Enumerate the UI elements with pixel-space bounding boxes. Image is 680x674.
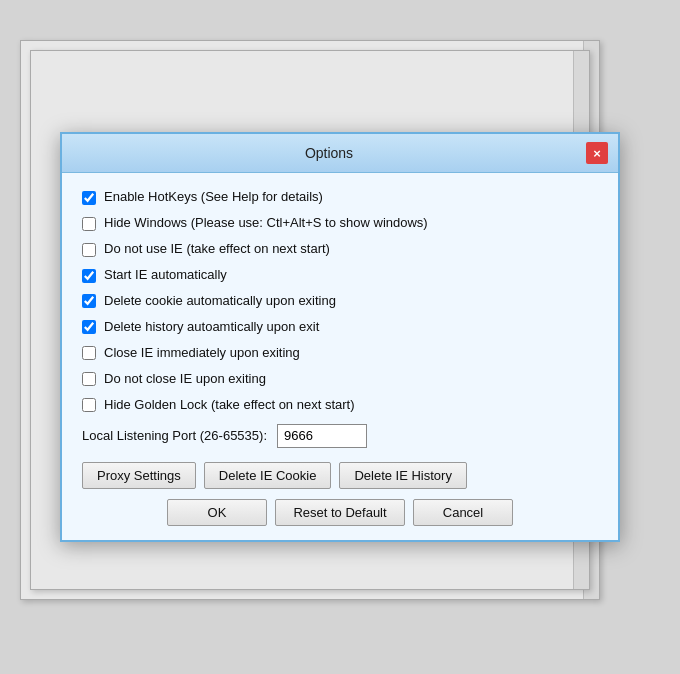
checkbox-enable-hotkeys[interactable] (82, 191, 96, 205)
close-button[interactable]: × (586, 142, 608, 164)
label-hide-golden-lock: Hide Golden Lock (take effect on next st… (104, 397, 355, 414)
checkbox-hide-golden-lock[interactable] (82, 398, 96, 412)
delete-ie-cookie-button[interactable]: Delete IE Cookie (204, 462, 332, 489)
options-list: Enable HotKeys (See Help for details)Hid… (82, 189, 598, 413)
checkbox-start-ie-auto[interactable] (82, 269, 96, 283)
dialog-body: Enable HotKeys (See Help for details)Hid… (62, 173, 618, 539)
label-enable-hotkeys: Enable HotKeys (See Help for details) (104, 189, 323, 206)
port-input[interactable] (277, 424, 367, 448)
checkbox-do-not-use-ie[interactable] (82, 243, 96, 257)
label-delete-cookie-auto: Delete cookie automatically upon exiting (104, 293, 336, 310)
port-label: Local Listening Port (26-65535): (82, 428, 267, 443)
proxy-settings-button[interactable]: Proxy Settings (82, 462, 196, 489)
option-row-hide-golden-lock: Hide Golden Lock (take effect on next st… (82, 397, 598, 414)
checkbox-delete-cookie-auto[interactable] (82, 294, 96, 308)
reset-to-default-button[interactable]: Reset to Default (275, 499, 405, 526)
option-row-delete-cookie-auto: Delete cookie automatically upon exiting (82, 293, 598, 310)
label-do-not-close-ie: Do not close IE upon exiting (104, 371, 266, 388)
option-row-enable-hotkeys: Enable HotKeys (See Help for details) (82, 189, 598, 206)
label-hide-windows: Hide Windows (Please use: Ctl+Alt+S to s… (104, 215, 428, 232)
backdrop: Options × Enable HotKeys (See Help for d… (0, 0, 680, 674)
checkbox-do-not-close-ie[interactable] (82, 372, 96, 386)
option-row-hide-windows: Hide Windows (Please use: Ctl+Alt+S to s… (82, 215, 598, 232)
option-row-delete-history-auto: Delete history autoamtically upon exit (82, 319, 598, 336)
option-row-do-not-close-ie: Do not close IE upon exiting (82, 371, 598, 388)
title-bar: Options × (62, 134, 618, 173)
label-delete-history-auto: Delete history autoamtically upon exit (104, 319, 319, 336)
ok-button[interactable]: OK (167, 499, 267, 526)
checkbox-hide-windows[interactable] (82, 217, 96, 231)
label-do-not-use-ie: Do not use IE (take effect on next start… (104, 241, 330, 258)
options-dialog: Options × Enable HotKeys (See Help for d… (60, 132, 620, 541)
option-row-do-not-use-ie: Do not use IE (take effect on next start… (82, 241, 598, 258)
delete-ie-history-button[interactable]: Delete IE History (339, 462, 467, 489)
button-row-1: Proxy Settings Delete IE Cookie Delete I… (82, 462, 598, 489)
option-row-start-ie-auto: Start IE automatically (82, 267, 598, 284)
label-close-ie-immediately: Close IE immediately upon exiting (104, 345, 300, 362)
button-row-2: OK Reset to Default Cancel (82, 499, 598, 526)
option-row-close-ie-immediately: Close IE immediately upon exiting (82, 345, 598, 362)
checkbox-close-ie-immediately[interactable] (82, 346, 96, 360)
label-start-ie-auto: Start IE automatically (104, 267, 227, 284)
cancel-button[interactable]: Cancel (413, 499, 513, 526)
checkbox-delete-history-auto[interactable] (82, 320, 96, 334)
port-row: Local Listening Port (26-65535): (82, 424, 598, 448)
dialog-title: Options (72, 145, 586, 161)
